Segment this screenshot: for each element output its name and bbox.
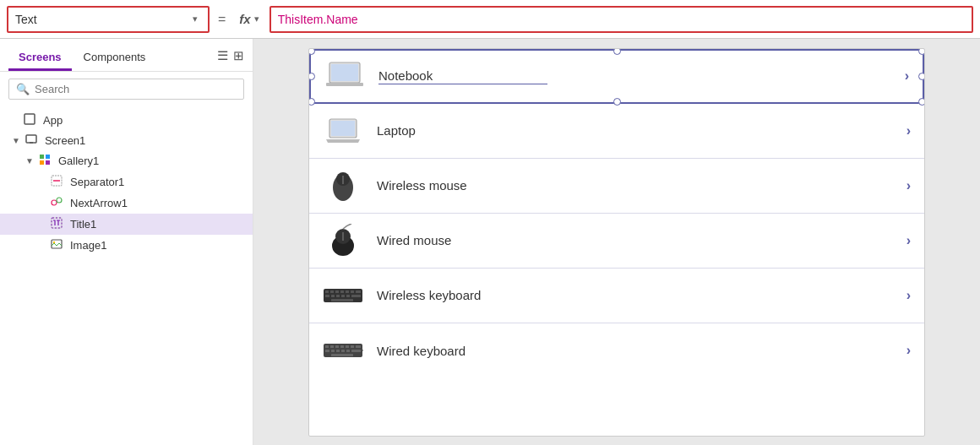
tree-label-separator1: Separator1 (70, 176, 124, 188)
svg-rect-35 (356, 290, 361, 293)
svg-rect-33 (346, 290, 349, 293)
svg-rect-6 (46, 160, 50, 165)
tree-item-gallery1[interactable]: ▼ Gallery1 (0, 150, 253, 171)
svg-rect-44 (325, 345, 329, 348)
item-text-notebook: Notebook (378, 68, 547, 84)
search-box[interactable]: 🔍 (8, 79, 244, 100)
gallery-item-wireless-mouse[interactable]: Wireless mouse › (309, 159, 924, 214)
svg-rect-30 (330, 290, 334, 293)
svg-rect-40 (346, 295, 350, 297)
svg-rect-20 (331, 121, 355, 136)
svg-rect-46 (335, 345, 339, 348)
title-icon (51, 217, 63, 231)
svg-rect-5 (40, 160, 44, 165)
handle-tm[interactable] (613, 48, 621, 55)
gallery-item-wired-keyboard[interactable]: Wired keyboard › (309, 323, 924, 378)
tree-arrow-gallery1[interactable]: ▼ (25, 156, 34, 166)
gallery-icon (39, 154, 51, 168)
canvas-area: Notebook › Laptop › (253, 39, 980, 445)
item-text-laptop: Laptop (377, 123, 416, 138)
svg-rect-3 (40, 155, 44, 159)
svg-rect-53 (336, 350, 340, 352)
separator-icon (51, 175, 63, 189)
property-selector-text: Text (15, 13, 189, 26)
tree-item-title1[interactable]: ▶ Title1 (0, 214, 253, 235)
property-selector-box[interactable]: Text ▾ (7, 6, 210, 33)
fx-dropdown-arrow: ▾ (254, 14, 259, 24)
item-label-notebook: Notebook (378, 68, 891, 84)
svg-rect-54 (341, 350, 345, 352)
svg-rect-13 (52, 218, 62, 228)
tree-item-image1[interactable]: ▶ Image1 (0, 235, 253, 256)
tree: ▶ App ▼ Screen1 ▼ (0, 106, 253, 445)
svg-rect-32 (340, 290, 344, 293)
screen-icon (25, 134, 37, 147)
search-input[interactable] (35, 83, 237, 95)
item-text-wireless-mouse: Wireless mouse (377, 178, 467, 193)
svg-rect-55 (346, 350, 350, 352)
tree-label-nextarrow1: NextArrow1 (70, 197, 128, 209)
tab-components[interactable]: Components (74, 46, 156, 71)
gallery-item-wired-mouse[interactable]: Wired mouse › (309, 214, 924, 269)
item-image-wireless-keyboard (323, 279, 363, 312)
svg-rect-38 (336, 295, 340, 297)
formula-bar: Text ▾ = fx ▾ ThisItem.Name (0, 0, 980, 39)
panel-tabs: Screens Components ☰ ⊞ (0, 39, 253, 72)
svg-rect-49 (351, 345, 354, 348)
item-image-wired-mouse (323, 224, 363, 258)
list-view-icon[interactable]: ☰ (217, 48, 228, 63)
tree-item-app[interactable]: ▶ App (0, 110, 253, 131)
svg-rect-34 (351, 290, 354, 293)
handle-tr[interactable] (918, 48, 925, 55)
svg-rect-31 (335, 290, 339, 293)
svg-rect-17 (331, 64, 358, 81)
formula-expression-box[interactable]: ThisItem.Name (270, 6, 973, 33)
property-dropdown-button[interactable]: ▾ (189, 14, 201, 24)
svg-rect-48 (346, 345, 349, 348)
item-chevron-notebook: › (905, 68, 909, 84)
handle-tl[interactable] (308, 48, 315, 55)
item-label-laptop: Laptop (377, 123, 893, 138)
search-icon: 🔍 (16, 83, 30, 95)
svg-rect-41 (351, 295, 361, 297)
svg-rect-18 (326, 83, 363, 86)
item-text-wireless-keyboard: Wireless keyboard (377, 288, 481, 302)
tree-arrow-screen1[interactable]: ▼ (12, 136, 20, 145)
svg-rect-29 (325, 290, 329, 293)
equals-sign: = (215, 12, 229, 27)
tree-item-separator1[interactable]: ▶ Separator1 (0, 171, 253, 193)
tree-item-nextarrow1[interactable]: ▶ NextArrow1 (0, 193, 253, 214)
panel-tab-icons: ☰ ⊞ (217, 48, 244, 68)
svg-rect-50 (356, 345, 361, 348)
item-image-laptop (323, 114, 363, 148)
svg-point-9 (52, 200, 57, 205)
handle-ml[interactable] (308, 73, 315, 80)
property-dropdown-arrow: ▾ (193, 14, 198, 24)
gallery-item-laptop[interactable]: Laptop › (309, 104, 924, 159)
item-text-wired-keyboard: Wired keyboard (377, 344, 466, 358)
handle-mr[interactable] (918, 73, 925, 80)
tree-label-app: App (43, 114, 63, 127)
fx-label: fx (239, 12, 250, 26)
nextarrow-icon (51, 196, 63, 210)
tab-screens[interactable]: Screens (8, 46, 72, 71)
svg-rect-0 (24, 114, 35, 124)
item-chevron-wireless-keyboard: › (906, 288, 911, 303)
item-chevron-laptop: › (906, 123, 911, 138)
grid-view-icon[interactable]: ⊞ (233, 48, 244, 63)
fx-box: fx ▾ (234, 12, 264, 26)
svg-rect-52 (331, 350, 335, 352)
svg-rect-47 (340, 345, 344, 348)
tree-item-screen1[interactable]: ▼ Screen1 (0, 131, 253, 150)
item-label-wired-mouse: Wired mouse (377, 233, 893, 247)
fx-dropdown-button[interactable]: ▾ (254, 14, 259, 24)
image-icon (51, 238, 63, 252)
item-chevron-wired-keyboard: › (906, 343, 911, 358)
left-panel: Screens Components ☰ ⊞ 🔍 ▶ App (0, 39, 253, 445)
gallery-item-wireless-keyboard[interactable]: Wireless keyboard › (309, 269, 924, 323)
app-icon (24, 113, 35, 128)
svg-marker-21 (326, 139, 360, 143)
gallery-item-notebook[interactable]: Notebook › (309, 49, 924, 104)
tree-label-gallery1: Gallery1 (58, 155, 99, 167)
item-image-wireless-mouse (323, 169, 363, 203)
